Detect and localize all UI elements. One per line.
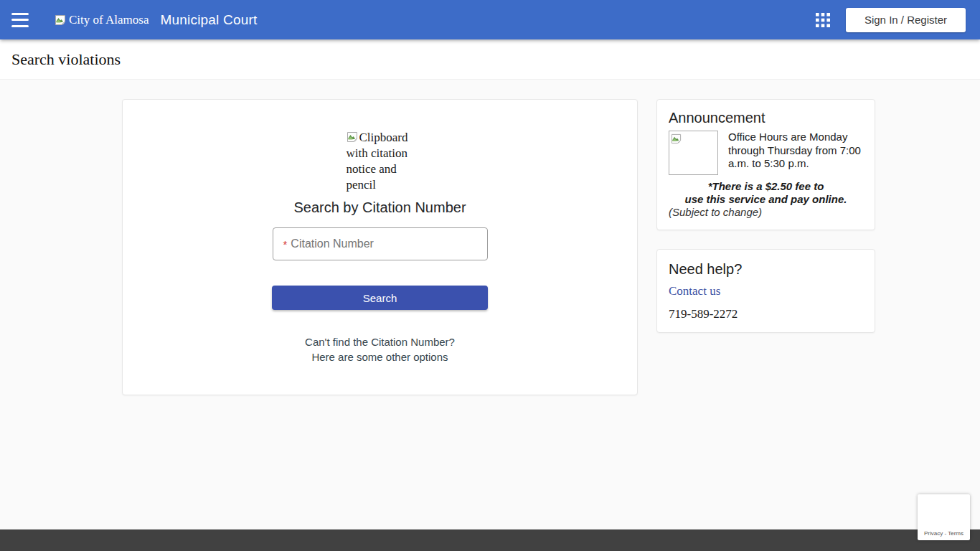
city-logo-alt-text: City of Alamosa bbox=[69, 13, 149, 27]
city-logo: City of Alamosa bbox=[55, 13, 149, 27]
citation-number-input[interactable] bbox=[273, 228, 487, 260]
broken-image-icon bbox=[671, 133, 682, 145]
need-help-title: Need help? bbox=[669, 261, 863, 278]
app-title: Municipal Court bbox=[160, 12, 257, 28]
clipboard-image-broken: Clipboard with citation notice and penci… bbox=[347, 130, 414, 193]
office-hours-text: Office Hours are Monday through Thursday… bbox=[728, 131, 863, 175]
subject-to-change-text: (Subject to change) bbox=[669, 206, 863, 219]
terms-link[interactable]: Terms bbox=[948, 530, 963, 537]
announcement-image-broken bbox=[669, 131, 718, 175]
page-header: Search violations bbox=[0, 39, 980, 80]
announcement-card: Announcement Office Hours are Monday thr… bbox=[656, 99, 875, 230]
recaptcha-links: Privacy - Terms bbox=[924, 530, 963, 540]
menu-icon[interactable] bbox=[11, 13, 29, 27]
page-title: Search violations bbox=[11, 50, 121, 69]
contact-us-link[interactable]: Contact us bbox=[669, 284, 720, 298]
page-footer bbox=[0, 529, 980, 551]
other-options-link[interactable]: Can't find the Citation Number? Here are… bbox=[305, 334, 455, 364]
apps-grid-icon[interactable] bbox=[816, 13, 830, 27]
phone-number: 719-589-2272 bbox=[669, 307, 863, 321]
search-heading: Search by Citation Number bbox=[123, 199, 637, 216]
citation-number-field[interactable]: * Citation Number bbox=[273, 227, 488, 260]
broken-image-icon bbox=[55, 14, 66, 26]
sign-in-register-button[interactable]: Sign In / Register bbox=[846, 8, 966, 32]
need-help-card: Need help? Contact us 719-589-2272 bbox=[656, 249, 875, 333]
privacy-link[interactable]: Privacy bbox=[924, 530, 943, 537]
citation-search-card: Clipboard with citation notice and penci… bbox=[122, 99, 638, 395]
fee-notice-text: *There is a $2.50 fee to use this servic… bbox=[669, 180, 863, 206]
announcement-title: Announcement bbox=[669, 110, 863, 126]
broken-image-icon bbox=[347, 131, 358, 143]
app-header: City of Alamosa Municipal Court Sign In … bbox=[0, 0, 980, 39]
search-button[interactable]: Search bbox=[272, 286, 488, 310]
recaptcha-badge[interactable]: Privacy - Terms bbox=[918, 494, 970, 540]
